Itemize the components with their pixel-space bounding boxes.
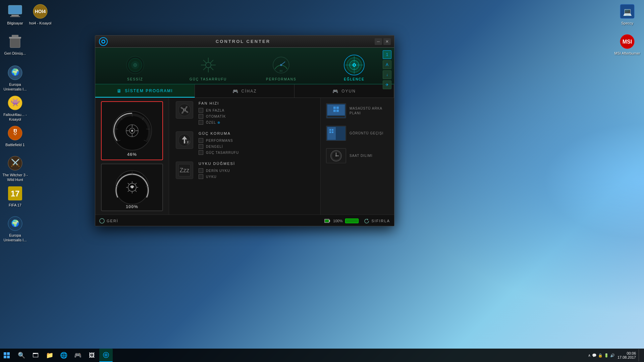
desktop-icon-europa1[interactable]: 🌍 Europa Universalis I...: [2, 65, 29, 92]
desktop-icon-speccy[interactable]: 💻 Speccy: [614, 3, 641, 25]
option-otomatik[interactable]: OTOMATİK: [199, 114, 226, 119]
reset-button[interactable]: SIFIRLA: [364, 218, 390, 224]
guc-koruma-checkboxes: PERFORMANS DENGELİ GÜÇ TASARRUFU: [199, 138, 239, 155]
mode-guc-tasarrufu[interactable]: GÜÇ TASARRUFU: [172, 53, 245, 81]
sistem-tab-label: SİSTEM PROGRAMI: [125, 88, 173, 93]
right-goruntu[interactable]: Görüntü Geçişi: [324, 124, 391, 143]
bilgisayar-label: Bilgisayar: [7, 21, 23, 25]
chevron-up-icon[interactable]: ∧: [588, 353, 591, 358]
checkbox-uyku[interactable]: [199, 174, 203, 179]
taskbar: 🔍 🗔 📁 🌐 🎮 🖼 ∧ 💬 🔒 🔋 🔊: [0, 349, 644, 362]
svg-point-39: [206, 62, 211, 68]
guc-tasarrufu-label: GÜÇ TASARRUFU: [190, 77, 227, 81]
network-icon[interactable]: 🔒: [598, 353, 603, 358]
side-btn-1[interactable]: 1: [383, 50, 391, 59]
desktop-icon-battlefield1[interactable]: 🎖 Battlefield 1: [2, 125, 29, 147]
battery-icon[interactable]: 🔋: [604, 353, 609, 358]
svg-rect-117: [7, 356, 10, 358]
fifa17-icon: 17: [7, 185, 23, 201]
checkbox-performans[interactable]: [199, 138, 203, 143]
performans-label: PERFORMANS: [266, 77, 297, 81]
mode-eglence[interactable]: EĞLENCE: [318, 53, 391, 81]
svg-rect-0: [8, 5, 22, 14]
desktop-icon-bilgisayar[interactable]: Bilgisayar: [2, 3, 29, 25]
option-ozel[interactable]: ÖZEL: [199, 120, 226, 125]
svg-rect-114: [4, 352, 6, 355]
taskbar-right: ∧ 💬 🔒 🔋 🔊 00:06 17.08.2017: [588, 349, 644, 361]
volume-icon[interactable]: 🔊: [610, 353, 615, 358]
option-uyku[interactable]: UYKU: [199, 174, 235, 179]
search-taskbar-icon[interactable]: 🔍: [15, 349, 28, 362]
option-performans[interactable]: PERFORMANS: [199, 138, 239, 143]
right-saat[interactable]: Saat Dilimi: [324, 146, 391, 165]
svg-rect-98: [327, 127, 336, 140]
show-desktop-button[interactable]: [639, 349, 641, 361]
svg-text:60: 60: [280, 69, 283, 72]
steam-icon[interactable]: 🎮: [71, 349, 85, 362]
cc-taskbar-icon[interactable]: [99, 349, 113, 362]
side-btn-a[interactable]: A: [383, 60, 391, 69]
explorer-icon[interactable]: 📁: [43, 349, 56, 362]
checkbox-otomatik[interactable]: [199, 114, 203, 119]
desktop-icon-europa2[interactable]: 🌍 Europa Universalis I...: [2, 216, 29, 243]
checkbox-ozel[interactable]: [199, 120, 203, 125]
label-en-fazla: EN FAZLA: [206, 109, 224, 112]
tab-oyun[interactable]: 🎮 OYUN: [294, 84, 394, 98]
hoi4-label: hoi4 - Kısayol: [29, 21, 52, 25]
checkbox-dengeli[interactable]: [199, 144, 203, 149]
brightness-dial[interactable]: 100%: [101, 164, 163, 211]
tab-cihaz[interactable]: 🎮 CİHAZ: [195, 84, 294, 98]
mode-sessiz[interactable]: SESSİZ: [99, 53, 172, 81]
desktop-icon-hoi4[interactable]: HOI4 hoi4 - Kısayol: [27, 3, 54, 25]
svg-line-36: [210, 67, 213, 70]
label-dengeli: DENGELİ: [206, 145, 223, 148]
option-guc-tasarrufu[interactable]: GÜÇ TASARRUFU: [199, 150, 239, 155]
svg-rect-1: [11, 15, 19, 16]
img-icon[interactable]: 🖼: [85, 349, 99, 362]
oyun-tab-icon: 🎮: [332, 88, 339, 94]
checkbox-en-fazla[interactable]: [199, 108, 203, 113]
desktop-icon-fifa17[interactable]: 17 FIFA 17: [2, 185, 29, 207]
desktop: Bilgisayar HOI4 hoi4 - Kısayol Geri Dönü…: [0, 0, 644, 362]
option-en-fazla[interactable]: EN FAZLA: [199, 108, 226, 113]
witcher3-label: The Witcher 3 - Wild Hunt: [2, 173, 29, 182]
fan-hizi-options: FAN HIZI EN FAZLA OTOMATİK: [199, 101, 226, 125]
battery-bar-visual: [345, 219, 359, 223]
battlefield1-label: Battlefield 1: [5, 142, 24, 147]
task-view-icon[interactable]: 🗔: [29, 349, 42, 362]
side-btn-airplane[interactable]: ✈: [383, 80, 391, 89]
feature-fan-hizi: FAN HIZI EN FAZLA OTOMATİK: [176, 101, 314, 125]
chrome-icon[interactable]: 🌐: [57, 349, 70, 362]
taskbar-clock[interactable]: 00:06 17.08.2017: [618, 351, 636, 359]
desktop-icon-witcher3[interactable]: ⚔️ The Witcher 3 - Wild Hunt: [2, 155, 29, 182]
close-button[interactable]: ✕: [383, 38, 391, 45]
desktop-icon-msi[interactable]: MSI MSI Afterburner: [614, 34, 641, 56]
eglence-icon: [342, 53, 366, 77]
svg-text:HOI4: HOI4: [35, 9, 46, 14]
bottom-bar: GERİ 100% SIFIRLA: [95, 215, 394, 226]
fan-hizi-icon: [176, 101, 193, 119]
svg-text:👾: 👾: [11, 98, 20, 107]
checkbox-derin-uyku[interactable]: [199, 168, 203, 173]
fan-dial[interactable]: 46%: [101, 101, 163, 160]
back-button[interactable]: GERİ: [99, 218, 118, 224]
start-button[interactable]: [0, 349, 13, 362]
svg-text:🎖: 🎖: [11, 128, 19, 137]
svg-rect-7: [12, 35, 18, 37]
masaustu-label: Masaüstü Arka Planı: [350, 106, 389, 116]
svg-point-65: [131, 130, 133, 132]
option-derin-uyku[interactable]: DERİN UYKU: [199, 168, 235, 173]
option-dengeli[interactable]: DENGELİ: [199, 144, 239, 149]
notification-icon[interactable]: 💬: [592, 353, 597, 358]
side-btn-down[interactable]: ↓: [383, 70, 391, 79]
right-masaustu[interactable]: Masaüstü Arka Planı: [324, 101, 391, 120]
svg-rect-112: [325, 220, 329, 222]
mode-performans[interactable]: 60 PERFORMANS: [245, 53, 318, 81]
minimize-button[interactable]: ─: [375, 38, 382, 45]
checkbox-guc-tasarrufu[interactable]: [199, 150, 203, 155]
tab-sistem-programi[interactable]: 🖥 SİSTEM PROGRAMI: [95, 84, 195, 98]
speccy-icon: 💻: [619, 3, 635, 19]
desktop-icon-recycle[interactable]: Geri Dönüş...: [2, 34, 29, 56]
desktop-icon-fallout4[interactable]: 👾 Fallout4lau... - Kısayol: [2, 95, 29, 122]
svg-rect-115: [7, 352, 10, 355]
